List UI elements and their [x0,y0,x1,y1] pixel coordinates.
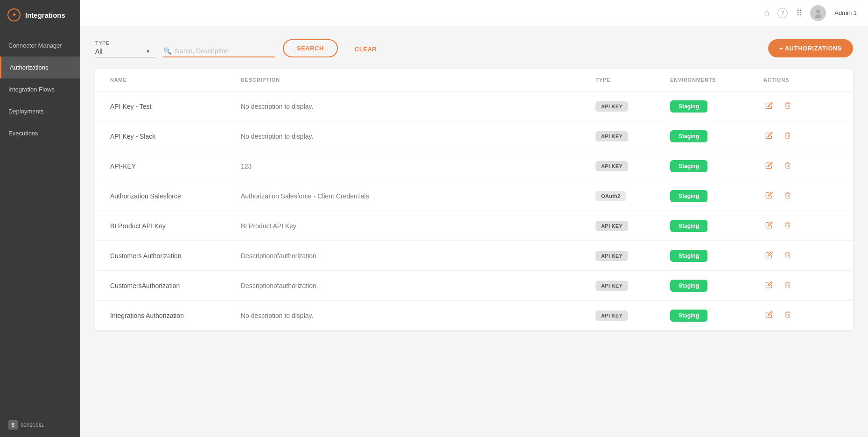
main-content: ⌂ ? ⠿ Admin 1 Type All API KEY OAuth2 Ba… [80,0,868,437]
clear-button[interactable]: CLEAR [345,41,386,57]
cell-type-2: API KEY [595,161,670,171]
cell-actions-6 [763,279,838,292]
cell-desc-2: 123 [241,162,595,170]
cell-name-2: API-KEY [110,162,241,170]
cell-name-7: Integrations Authorization [110,312,241,319]
type-select-wrap: All API KEY OAuth2 Basic Auth ▾ [95,48,156,57]
type-badge-3: OAuth2 [595,191,626,201]
search-wrap: 🔍 [163,47,275,57]
edit-button-7[interactable] [763,309,775,322]
table-row: API Key - Test No description to display… [95,92,853,121]
table-body: API Key - Test No description to display… [95,92,853,331]
table-row: API Key - Slack No description to displa… [95,121,853,151]
cell-name-0: API Key - Test [110,103,241,110]
admin-name: Admin 1 [834,9,857,16]
search-icon: 🔍 [163,47,171,55]
type-badge-7: API KEY [595,310,628,321]
edit-button-2[interactable] [763,160,775,173]
env-badge-6: Staging [670,280,707,292]
type-badge-1: API KEY [595,131,628,141]
cell-actions-2 [763,160,838,173]
type-badge-4: API KEY [595,221,628,231]
cell-env-6: Staging [670,280,763,292]
cell-actions-5 [763,249,838,262]
env-badge-4: Staging [670,220,707,232]
sensedia-logo: S sensedia. [8,420,44,430]
delete-button-7[interactable] [782,309,793,322]
env-badge-5: Staging [670,250,707,262]
cell-type-5: API KEY [595,251,670,261]
cell-name-1: API Key - Slack [110,133,241,140]
topbar: ⌂ ? ⠿ Admin 1 [80,0,868,26]
env-badge-7: Staging [670,310,707,322]
env-badge-1: Staging [670,130,707,142]
cell-desc-3: Authorization Salesforce - Client Creden… [241,192,595,200]
table-row: BI Product API Key BI Product API Key AP… [95,211,853,241]
sidebar-item-connector-manager[interactable]: Connector Manager [0,35,80,56]
delete-button-5[interactable] [782,249,793,262]
table-row: Customers Authorization Descriptionofaut… [95,241,853,271]
search-button[interactable]: SEARCH [283,39,338,57]
delete-button-4[interactable] [782,219,793,233]
cell-env-5: Staging [670,250,763,262]
type-filter-group: Type All API KEY OAuth2 Basic Auth ▾ [95,40,156,57]
logo-icon: ✦ [7,8,21,21]
edit-button-0[interactable] [763,100,775,113]
help-icon[interactable]: ? [777,8,788,18]
cell-desc-5: Descriptionofauthorization. [241,252,595,260]
type-badge-6: API KEY [595,281,628,291]
cell-type-7: API KEY [595,310,670,321]
cell-type-3: OAuth2 [595,191,670,201]
svg-point-0 [816,10,820,14]
delete-button-1[interactable] [782,130,793,143]
cell-name-4: BI Product API Key [110,222,241,230]
cell-env-7: Staging [670,310,763,322]
type-badge-0: API KEY [595,101,628,112]
delete-button-6[interactable] [782,279,793,292]
col-header-description: DESCRIPTION [241,77,595,83]
delete-button-3[interactable] [782,190,793,203]
cell-actions-1 [763,130,838,143]
add-authorization-button[interactable]: + AUTHORIZATIONS [768,39,853,57]
sensedia-icon: S [8,420,18,430]
app-title: Integrations [25,11,65,19]
sensedia-label: sensedia. [21,422,44,428]
cell-desc-6: Descriptionofauthorization. [241,282,595,289]
table-row: Integrations Authorization No descriptio… [95,301,853,331]
cell-env-2: Staging [670,160,763,172]
env-badge-0: Staging [670,100,707,113]
edit-button-4[interactable] [763,219,775,233]
env-badge-2: Staging [670,160,707,172]
type-filter-label: Type [95,40,156,46]
delete-button-2[interactable] [782,160,793,173]
edit-button-6[interactable] [763,279,775,292]
table-row: CustomersAuthorization Descriptionofauth… [95,271,853,301]
cell-actions-0 [763,100,838,113]
home-icon[interactable]: ⌂ [764,8,769,18]
edit-button-3[interactable] [763,190,775,203]
cell-desc-4: BI Product API Key [241,222,595,230]
type-select[interactable]: All API KEY OAuth2 Basic Auth [95,48,147,55]
col-header-actions: ACTIONS [763,77,838,83]
sidebar-item-executions[interactable]: Executions [0,122,80,144]
cell-desc-1: No description to display. [241,133,595,140]
avatar [810,5,826,21]
search-input[interactable] [175,47,268,55]
edit-button-5[interactable] [763,249,775,262]
sidebar-item-deployments[interactable]: Deployments [0,100,80,122]
cell-env-3: Staging [670,190,763,202]
cell-name-6: CustomersAuthorization [110,282,241,289]
cell-desc-7: No description to display. [241,312,595,319]
grid-icon[interactable]: ⠿ [796,8,802,18]
sidebar-item-authorizations[interactable]: Authorizations [0,56,80,78]
dropdown-arrow-icon: ▾ [147,48,149,55]
edit-button-1[interactable] [763,130,775,143]
cell-type-1: API KEY [595,131,670,141]
page-content: Type All API KEY OAuth2 Basic Auth ▾ 🔍 S… [80,26,868,437]
cell-actions-4 [763,219,838,233]
cell-type-4: API KEY [595,221,670,231]
sidebar-item-integration-flows[interactable]: Integration Flows [0,78,80,100]
table-header: NAME DESCRIPTION TYPE ENVIRONMENTS ACTIO… [95,69,853,92]
delete-button-0[interactable] [782,100,793,113]
cell-name-5: Customers Authorization [110,252,241,260]
